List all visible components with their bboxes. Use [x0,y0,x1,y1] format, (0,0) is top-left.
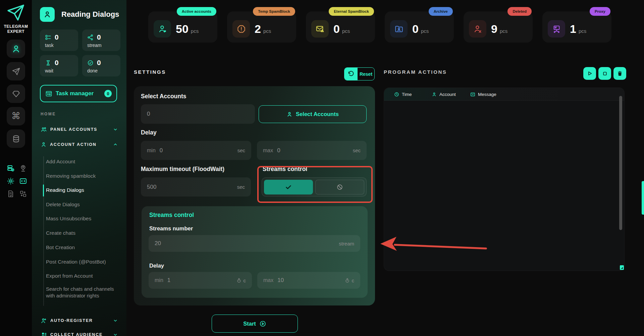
proxy-server-icon [552,24,561,34]
user-x-icon [473,24,482,34]
menu-item-create-chats[interactable]: Create chats [46,230,116,236]
counter-value: 0 [55,59,59,67]
task-manager-button[interactable]: Task manager 0 [40,85,117,102]
delay-max-input[interactable]: max 0 sec [257,141,367,160]
code-window-icon [19,177,27,185]
streams-delay-min-input[interactable]: min 1 c [149,272,252,289]
stop-actions-button[interactable] [598,67,611,80]
page-title: Reading Dialogs [61,10,119,19]
select-accounts-button-label: Select Accounts [296,111,339,117]
streams-panel-title: Streams control [149,212,194,219]
column-time: Time [394,88,412,101]
stat-unit: pcs [500,28,507,34]
run-actions-button[interactable] [583,67,596,80]
stat-unit: pcs [191,28,199,34]
highlight-rectangle-annotation [257,166,373,203]
rail-premium-button[interactable] [7,85,25,103]
input-value: 1 [167,277,232,284]
rail-database-button[interactable] [7,129,25,148]
rail-report-button[interactable] [7,190,15,198]
rail-webcam-button[interactable] [19,164,27,172]
rail-settings-button[interactable] [7,177,15,185]
input-value: 0 [277,147,348,154]
user-icon [11,44,21,54]
sidebar: Reading Dialogs 0 task 0 stream 0 wait 0… [32,0,126,336]
column-label: Message [478,92,496,97]
nav-home-label: HOME [41,112,56,116]
menu-item-reading-dialogs[interactable]: Reading Dialogs [46,187,116,193]
rail-commands-button[interactable]: ⌘ [7,107,25,125]
brand-name: TELEGRAMEXPERT [0,24,32,34]
streams-delay-max-input[interactable]: max 10 c [257,272,360,289]
menu-item-search-admin-chats[interactable]: Search for chats and channels with admin… [46,286,115,299]
input-value: 10 [277,277,340,284]
counter-label: task [45,43,78,48]
column-message: Message [470,88,496,101]
menu-item-mass-unsubscribes[interactable]: Mass Unsubscribes [46,215,116,222]
user-heart-icon [158,24,167,34]
floodwait-input[interactable]: 500 sec [141,177,251,197]
rail-accounts-button[interactable] [7,40,25,58]
nav-auto-register[interactable]: AUTO-REGISTER [41,317,118,324]
start-button[interactable]: Start [212,315,298,333]
delay-min-input[interactable]: min 0 sec [141,141,251,160]
task-manager-icon [45,90,52,97]
stopwatch-icon [345,278,350,283]
rail-code-button[interactable] [19,177,27,185]
rail-server-check-button[interactable] [7,164,15,172]
play-circle-icon [259,320,266,327]
menu-item-post-creation[interactable]: Post Creation (@PostBot) [46,259,116,265]
program-actions-panel: Time Account Message ◢ [384,88,625,271]
actions-scrollbar-thumb[interactable] [619,96,622,230]
nav-account-action[interactable]: ACCOUNT ACTION [41,141,118,148]
stat-card-eternal-spamblock: Eternal SpamBlock 0pcs [306,11,375,43]
rotate-ccw-icon [348,71,354,77]
actions-table-header: Time Account Message [384,88,624,101]
rail-send-button[interactable] [7,62,25,80]
document-check-icon [7,190,15,198]
gear-icon [7,177,15,185]
select-accounts-button[interactable]: Select Accounts [259,105,367,123]
page-icon-tile [40,7,55,22]
menu-item-export-from-account[interactable]: Export from Account [46,273,116,279]
stat-unit: pcs [421,28,429,34]
clear-actions-button[interactable] [613,67,626,80]
menu-item-bot-creation[interactable]: Bot Creation [46,244,116,251]
stat-card-temp-spamblock: Temp SpamBlock 2pcs [227,11,296,43]
streams-number-input[interactable]: 20 stream [149,235,360,252]
counter-done: 0 done [82,55,120,76]
counter-label: wait [45,68,78,73]
menu-item-removing-spamblock[interactable]: Removing spamblock [46,173,116,179]
panel-resize-handle[interactable]: ◢ [620,265,624,270]
check-circle-icon [87,60,94,66]
settings-title: SETTINGS [134,69,166,75]
users-icon [41,126,47,133]
play-icon [587,70,593,76]
user-icon [43,10,51,18]
column-label: Account [439,92,456,97]
column-label: Time [402,92,412,97]
telegram-expert-logo-icon [6,3,25,22]
accounts-count-input[interactable]: 0 [141,104,255,124]
chevron-down-icon [113,332,118,336]
nav-panel-accounts[interactable]: PANEL ACCOUNTS [41,126,118,133]
counter-wait: 0 wait [40,55,78,76]
rail-transfer-button[interactable] [19,190,27,198]
nav-collect-audience[interactable]: COLLECT AUDIENCE [41,331,118,336]
counter-value: 0 [97,33,101,41]
streams-control-panel: Streams control Streams number 20 stream… [142,206,368,298]
octagon-alert-icon [237,24,246,34]
delay-label: Delay [141,129,157,136]
status-badge: Active accounts [177,7,216,16]
trash-icon [617,70,623,76]
input-unit: stream [339,241,354,246]
nav-label: AUTO-REGISTER [50,318,110,323]
input-value: 500 [147,184,233,190]
reset-button[interactable]: Reset [344,67,375,80]
stat-card-archive: Archive 0pcs [385,11,454,43]
menu-item-add-account[interactable]: Add Account [46,158,116,165]
webcam-icon [19,164,27,172]
command-icon: ⌘ [11,112,20,121]
page-scrollbar-thumb[interactable] [642,181,644,215]
menu-item-delete-dialogs[interactable]: Delete Dialogs [46,201,116,208]
